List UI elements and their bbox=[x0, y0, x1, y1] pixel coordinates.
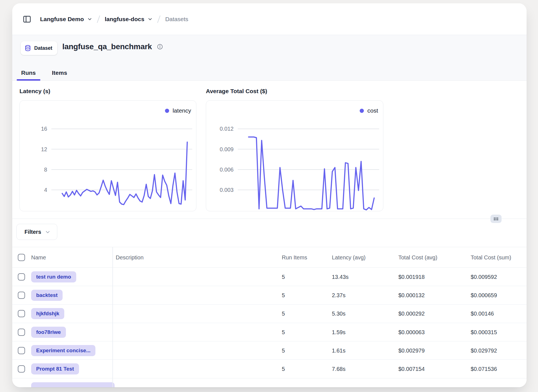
breadcrumb-separator bbox=[157, 15, 160, 23]
run-items-cell: 5 bbox=[282, 292, 285, 298]
run-name-badge[interactable]: Experiment concise... bbox=[31, 345, 95, 356]
total-cost-sum-cell: $0.029792 bbox=[471, 347, 497, 354]
y-axis-tick-label: 0.006 bbox=[220, 167, 234, 173]
legend-dot-icon bbox=[165, 109, 169, 113]
filters-button[interactable]: Filters bbox=[16, 224, 57, 240]
legend-label: cost bbox=[367, 107, 378, 114]
page-title: langfuse_qa_benchmark bbox=[62, 42, 152, 51]
y-axis-tick-label: 8 bbox=[44, 167, 47, 173]
total-cost-sum-cell: $0.071536 bbox=[471, 366, 497, 372]
y-axis-tick-label: 16 bbox=[41, 126, 47, 132]
latency-line-chart: 161284 bbox=[20, 101, 196, 211]
breadcrumb-separator bbox=[97, 15, 100, 23]
cost-chart-title: Average Total Cost ($) bbox=[206, 88, 267, 95]
y-axis-tick-label: 12 bbox=[41, 146, 47, 152]
tab-runs-label: Runs bbox=[21, 70, 36, 76]
grip-dots-icon bbox=[493, 217, 499, 221]
column-header-run-items: Run Items bbox=[282, 254, 307, 260]
run-items-cell: 5 bbox=[282, 311, 285, 317]
run-name-badge[interactable]: Prompt 81 Test bbox=[31, 363, 79, 374]
total-cost-avg-cell: $0.000063 bbox=[398, 329, 425, 335]
breadcrumb-section: Datasets bbox=[165, 16, 188, 23]
total-cost-sum-cell: $0.00146 bbox=[471, 311, 494, 317]
table-body: test run demo513.43s$0.001918$0.009592ba… bbox=[12, 268, 527, 378]
cost-chart-legend: cost bbox=[360, 107, 378, 114]
tab-items[interactable]: Items bbox=[48, 65, 72, 80]
latency-avg-cell: 2.37s bbox=[332, 292, 345, 298]
legend-label: latency bbox=[172, 107, 191, 114]
run-name-badge-partial[interactable] bbox=[31, 382, 115, 387]
dataset-badge: Dataset bbox=[21, 41, 57, 55]
column-divider bbox=[112, 247, 113, 387]
chart-line bbox=[62, 142, 187, 205]
y-axis-tick-label: 0.003 bbox=[220, 187, 234, 193]
table-row[interactable]: test run demo513.43s$0.001918$0.009592 bbox=[12, 268, 527, 286]
select-all-checkbox[interactable] bbox=[18, 254, 25, 261]
column-header-latency-avg: Latency (avg) bbox=[332, 254, 366, 260]
legend-dot-icon bbox=[360, 109, 364, 113]
chevron-down-icon bbox=[45, 229, 50, 235]
latency-avg-cell: 7.68s bbox=[332, 366, 345, 372]
run-items-cell: 5 bbox=[282, 274, 285, 280]
tab-runs[interactable]: Runs bbox=[17, 65, 40, 80]
run-name-badge[interactable]: hjkfdshjk bbox=[31, 308, 64, 319]
row-checkbox[interactable] bbox=[18, 310, 25, 317]
row-checkbox[interactable] bbox=[18, 273, 25, 281]
total-cost-avg-cell: $0.001918 bbox=[398, 274, 425, 280]
latency-avg-cell: 1.61s bbox=[332, 347, 345, 354]
column-header-name: Name bbox=[31, 254, 46, 260]
breadcrumb: Langfuse Demo langfuse-docs Datasets bbox=[40, 15, 188, 23]
dataset-header-strip: Dataset langfuse_qa_benchmark Runs Items bbox=[12, 35, 527, 81]
chevron-down-icon bbox=[148, 17, 152, 21]
sidebar-toggle-button[interactable] bbox=[21, 13, 33, 26]
y-axis-tick-label: 0.012 bbox=[220, 126, 234, 132]
total-cost-avg-cell: $0.000132 bbox=[398, 292, 425, 298]
main-card: Langfuse Demo langfuse-docs Datasets Dat… bbox=[12, 3, 527, 387]
table-row[interactable]: hjkfdshjk55.30s$0.000292$0.00146 bbox=[12, 305, 527, 323]
cost-line-chart: 0.0120.0090.0060.003 bbox=[206, 101, 383, 211]
row-checkbox[interactable] bbox=[18, 292, 25, 299]
latency-avg-cell: 1.59s bbox=[332, 329, 345, 335]
run-name-badge[interactable]: test run demo bbox=[31, 271, 76, 282]
column-header-description: Description bbox=[116, 254, 144, 260]
latency-avg-cell: 5.30s bbox=[332, 311, 345, 317]
y-axis-tick-label: 4 bbox=[44, 187, 47, 193]
breadcrumb-project-label: langfuse-docs bbox=[105, 16, 144, 23]
chevron-down-icon bbox=[87, 17, 92, 21]
table-row[interactable]: Prompt 81 Test57.68s$0.007154$0.071536 bbox=[12, 360, 527, 378]
total-cost-sum-cell: $0.009592 bbox=[471, 274, 497, 280]
run-name-badge[interactable]: foo78riwe bbox=[31, 327, 66, 338]
row-checkbox[interactable] bbox=[18, 365, 25, 373]
info-icon[interactable] bbox=[157, 44, 163, 50]
total-cost-avg-cell: $0.002979 bbox=[398, 347, 425, 354]
table-row[interactable]: backtest52.37s$0.000132$0.000659 bbox=[12, 286, 527, 304]
latency-chart-title: Latency (s) bbox=[19, 88, 50, 95]
database-icon bbox=[24, 44, 31, 52]
total-cost-avg-cell: $0.000292 bbox=[398, 311, 425, 317]
column-header-total-cost-avg: Total Cost (avg) bbox=[398, 254, 437, 260]
breadcrumb-project-button[interactable]: langfuse-docs bbox=[105, 16, 152, 23]
latency-avg-cell: 13.43s bbox=[332, 274, 349, 280]
table-row[interactable]: Experiment concise...51.61s$0.002979$0.0… bbox=[12, 341, 527, 360]
row-checkbox[interactable] bbox=[18, 347, 25, 354]
row-checkbox[interactable] bbox=[18, 329, 25, 336]
run-items-cell: 5 bbox=[282, 329, 285, 335]
dataset-tabs: Runs Items bbox=[17, 65, 71, 80]
run-items-cell: 5 bbox=[282, 366, 285, 372]
table-row[interactable]: foo78riwe51.59s$0.000063$0.000315 bbox=[12, 323, 527, 341]
total-cost-avg-cell: $0.007154 bbox=[398, 366, 425, 372]
run-name-badge[interactable]: backtest bbox=[31, 290, 63, 301]
dataset-badge-label: Dataset bbox=[34, 45, 52, 51]
runs-table: Name Description Run Items Latency (avg)… bbox=[12, 247, 527, 387]
resize-drag-handle[interactable] bbox=[490, 215, 502, 223]
table-header-row: Name Description Run Items Latency (avg)… bbox=[12, 247, 527, 268]
chart-line bbox=[249, 137, 374, 210]
latency-chart: 161284 latency bbox=[19, 100, 196, 211]
filters-section: Filters bbox=[12, 219, 527, 247]
charts-section: Latency (s) Average Total Cost ($) 16128… bbox=[12, 81, 527, 219]
y-axis-tick-label: 0.009 bbox=[220, 146, 234, 152]
latency-chart-legend: latency bbox=[165, 107, 191, 114]
total-cost-sum-cell: $0.000315 bbox=[471, 329, 497, 335]
breadcrumb-org-button[interactable]: Langfuse Demo bbox=[40, 16, 92, 23]
total-cost-sum-cell: $0.000659 bbox=[471, 292, 497, 298]
